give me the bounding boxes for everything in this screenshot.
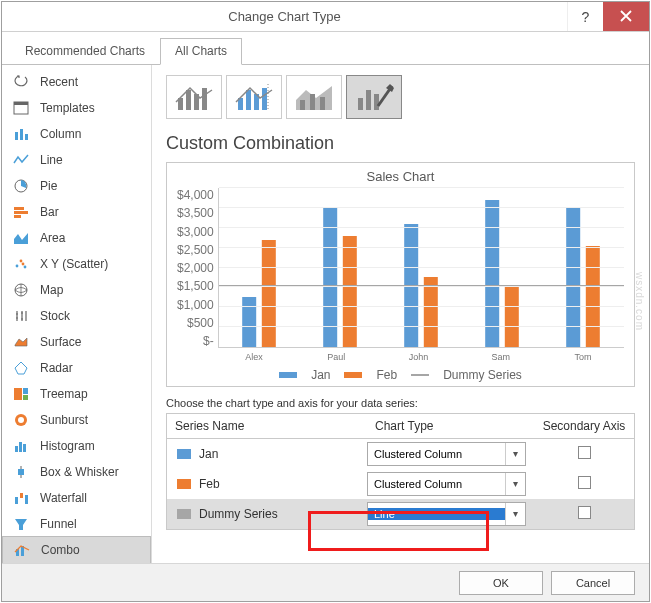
svg-rect-40 [366, 90, 371, 110]
titlebar: Change Chart Type ? [2, 2, 649, 32]
chart-preview[interactable]: Sales Chart $4,000$3,500$3,000$2,500$2,0… [166, 162, 635, 387]
sidebar-item-column[interactable]: Column [2, 121, 151, 147]
svg-point-10 [20, 260, 23, 263]
svg-rect-36 [300, 100, 305, 110]
sidebar-item-label: Radar [40, 361, 73, 375]
svg-rect-33 [246, 90, 251, 110]
dialog-footer: OK Cancel [2, 563, 649, 601]
svg-rect-41 [374, 94, 379, 110]
legend-swatch-dummy [411, 374, 429, 376]
tab-all-charts[interactable]: All Charts [160, 38, 242, 65]
svg-rect-4 [25, 134, 28, 140]
line-icon [12, 152, 30, 168]
chart-type-dropdown-feb[interactable]: Clustered Column▾ [367, 472, 526, 496]
sidebar-item-area[interactable]: Area [2, 225, 151, 251]
bar-icon [12, 204, 30, 220]
svg-point-18 [18, 417, 24, 423]
svg-rect-14 [14, 388, 22, 400]
sidebar-item-treemap[interactable]: Treemap [2, 381, 151, 407]
svg-rect-7 [14, 211, 28, 214]
header-series-name: Series Name [167, 414, 367, 438]
series-row-dummy[interactable]: Dummy Series Line▾ [167, 499, 634, 529]
sidebar-item-label: X Y (Scatter) [40, 257, 108, 271]
sidebar-item-radar[interactable]: Radar [2, 355, 151, 381]
svg-rect-31 [202, 88, 207, 110]
svg-rect-24 [20, 493, 23, 498]
series-table: Series Name Chart Type Secondary Axis Ja… [166, 413, 635, 530]
sidebar-item-templates[interactable]: Templates [2, 95, 151, 121]
svg-rect-16 [23, 395, 28, 400]
svg-rect-23 [15, 497, 18, 504]
close-button[interactable] [603, 2, 649, 31]
svg-rect-29 [186, 90, 191, 110]
tab-recommended[interactable]: Recommended Charts [10, 38, 160, 64]
series-row-jan[interactable]: Jan Clustered Column▾ [167, 439, 634, 469]
svg-rect-25 [25, 495, 28, 504]
sidebar-item-surface[interactable]: Surface [2, 329, 151, 355]
sidebar: Recent Templates Column Line Pie Bar Are… [2, 65, 152, 563]
sidebar-item-scatter[interactable]: X Y (Scatter) [2, 251, 151, 277]
series-swatch [177, 449, 191, 459]
pie-icon [12, 178, 30, 194]
subtype-custom[interactable] [346, 75, 402, 119]
histogram-icon [12, 438, 30, 454]
chevron-down-icon: ▾ [505, 443, 525, 465]
svg-rect-22 [18, 469, 24, 475]
sidebar-item-sunburst[interactable]: Sunburst [2, 407, 151, 433]
svg-rect-37 [310, 94, 315, 110]
treemap-icon [12, 386, 30, 402]
sidebar-item-label: Surface [40, 335, 81, 349]
surface-icon [12, 334, 30, 350]
chevron-down-icon: ▾ [505, 473, 525, 495]
series-row-feb[interactable]: Feb Clustered Column▾ [167, 469, 634, 499]
svg-rect-39 [358, 98, 363, 110]
sidebar-item-label: Histogram [40, 439, 95, 453]
svg-rect-2 [15, 132, 18, 140]
series-swatch [177, 479, 191, 489]
svg-rect-38 [320, 97, 325, 110]
chart-type-dropdown-dummy[interactable]: Line▾ [367, 502, 526, 526]
legend-swatch-feb [344, 372, 362, 378]
secondary-axis-checkbox-jan[interactable] [578, 446, 591, 459]
chart-type-dropdown-jan[interactable]: Clustered Column▾ [367, 442, 526, 466]
boxwhisker-icon [12, 464, 30, 480]
sidebar-item-label: Combo [41, 543, 80, 557]
tabstrip: Recommended Charts All Charts [2, 32, 649, 65]
svg-rect-8 [14, 215, 21, 218]
secondary-axis-checkbox-dummy[interactable] [578, 506, 591, 519]
map-icon [12, 282, 30, 298]
help-button[interactable]: ? [567, 2, 603, 31]
sidebar-item-stock[interactable]: Stock [2, 303, 151, 329]
stock-icon [12, 308, 30, 324]
legend-swatch-jan [279, 372, 297, 378]
sidebar-item-histogram[interactable]: Histogram [2, 433, 151, 459]
scatter-icon [12, 256, 30, 272]
sidebar-item-label: Stock [40, 309, 70, 323]
cancel-button[interactable]: Cancel [551, 571, 635, 595]
ok-button[interactable]: OK [459, 571, 543, 595]
sidebar-item-boxwhisker[interactable]: Box & Whisker [2, 459, 151, 485]
sidebar-item-combo[interactable]: Combo [2, 536, 151, 564]
sidebar-item-recent[interactable]: Recent [2, 69, 151, 95]
svg-rect-3 [20, 129, 23, 140]
subtype-clustered-line-secondary[interactable] [226, 75, 282, 119]
sunburst-icon [12, 412, 30, 428]
sidebar-item-label: Pie [40, 179, 57, 193]
sidebar-item-label: Map [40, 283, 63, 297]
subtype-clustered-line[interactable] [166, 75, 222, 119]
sidebar-item-label: Bar [40, 205, 59, 219]
svg-rect-21 [23, 444, 26, 452]
combo-subtypes [166, 75, 635, 119]
secondary-axis-checkbox-feb[interactable] [578, 476, 591, 489]
sidebar-item-label: Area [40, 231, 65, 245]
sidebar-item-line[interactable]: Line [2, 147, 151, 173]
svg-point-9 [16, 265, 19, 268]
svg-rect-19 [15, 446, 18, 452]
sidebar-item-waterfall[interactable]: Waterfall [2, 485, 151, 511]
subtype-stacked-area-column[interactable] [286, 75, 342, 119]
sidebar-item-funnel[interactable]: Funnel [2, 511, 151, 537]
sidebar-item-pie[interactable]: Pie [2, 173, 151, 199]
radar-icon [12, 360, 30, 376]
sidebar-item-bar[interactable]: Bar [2, 199, 151, 225]
sidebar-item-map[interactable]: Map [2, 277, 151, 303]
